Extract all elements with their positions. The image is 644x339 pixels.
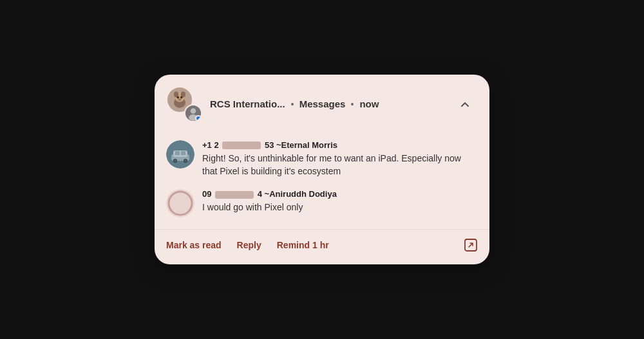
- svg-point-5: [176, 96, 179, 98]
- mark-as-read-button[interactable]: Mark as read: [166, 236, 232, 254]
- svg-point-9: [191, 108, 196, 114]
- notification-card: RCS Internatio... Messages now: [155, 75, 489, 265]
- dot-separator-2: [351, 103, 354, 105]
- header-title: RCS Internatio... Messages now: [210, 98, 446, 109]
- svg-rect-15: [181, 151, 185, 155]
- message-item-2: 09 4 ~Aniruddh Dodiya I would go with Pi…: [166, 189, 478, 217]
- expand-icon: [464, 238, 478, 252]
- svg-point-17: [175, 160, 176, 161]
- sender-prefix-2: 09: [202, 189, 211, 199]
- group-name: RCS Internatio...: [210, 98, 285, 109]
- message-content-1: +1 2 53 ~Eternal Morris Right! So, it's …: [202, 140, 478, 178]
- message-text-1: Right! So, it's unthinkable for me to wa…: [202, 152, 478, 178]
- rcs-badge: [195, 115, 202, 122]
- message-item: +1 2 53 ~Eternal Morris Right! So, it's …: [166, 140, 478, 178]
- sender-suffix-2: 4 ~Aniruddh Dodiya: [258, 189, 337, 199]
- notification-header: RCS Internatio... Messages now: [155, 75, 489, 131]
- actions-area: Mark as read Reply Remind 1 hr: [155, 229, 489, 264]
- chevron-up-icon: [459, 98, 471, 111]
- sender-suffix-1: 53 ~Eternal Morris: [265, 140, 337, 150]
- sender-avatar-2: [166, 189, 194, 217]
- avatar-secondary: [184, 104, 202, 122]
- timestamp: now: [359, 98, 379, 109]
- expand-icon-button[interactable]: [464, 238, 478, 252]
- svg-point-20: [166, 189, 194, 217]
- reply-button[interactable]: Reply: [237, 236, 272, 254]
- sender-name-2: 09 4 ~Aniruddh Dodiya: [202, 189, 478, 199]
- message-text-2: I would go with Pixel only: [202, 201, 478, 214]
- message-content-2: 09 4 ~Aniruddh Dodiya I would go with Pi…: [202, 189, 478, 217]
- svg-point-19: [185, 160, 187, 161]
- collapse-button[interactable]: [453, 93, 477, 116]
- svg-point-7: [178, 98, 181, 101]
- app-name: Messages: [299, 98, 346, 109]
- avatar-group: [166, 86, 202, 122]
- header-info: RCS Internatio... Messages now: [210, 98, 446, 109]
- messages-area: +1 2 53 ~Eternal Morris Right! So, it's …: [155, 131, 489, 230]
- dot-separator-1: [291, 103, 294, 105]
- redacted-number-2: [215, 191, 254, 199]
- sender-prefix-1: +1 2: [202, 140, 219, 150]
- sender-avatar-1: [166, 140, 194, 169]
- svg-point-6: [180, 96, 183, 98]
- redacted-number-1: [222, 142, 261, 149]
- svg-rect-14: [175, 151, 180, 155]
- remind-button[interactable]: Remind 1 hr: [277, 236, 339, 254]
- sender-name-1: +1 2 53 ~Eternal Morris: [202, 140, 478, 150]
